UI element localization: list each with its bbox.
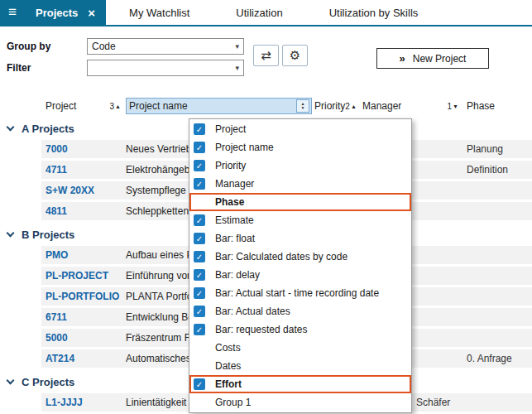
project-code-link[interactable]: L1-JJJJ [41, 397, 126, 408]
menu-item-effort[interactable]: ✓Effort [189, 375, 411, 393]
checked-checkbox-icon[interactable]: ✓ [194, 123, 205, 135]
tab-projects[interactable]: Projects× [25, 0, 106, 25]
sort-toggle-icon[interactable]: ▲▼ [296, 99, 309, 113]
checked-checkbox-icon[interactable]: ✓ [194, 142, 205, 153]
menu-item-project-name[interactable]: ✓Project name [189, 138, 411, 156]
tab-label: Projects [36, 7, 78, 19]
menu-item-label: Bar: requested dates [215, 324, 307, 335]
filter-label: Filter [7, 62, 31, 74]
unchecked-checkbox[interactable] [194, 196, 205, 208]
menu-item-label: Estimate [215, 214, 254, 226]
hamburger-menu-button[interactable]: ≡ [0, 0, 25, 25]
refresh-button[interactable]: ⇄ [253, 45, 279, 66]
chevron-down-icon: ▾ [235, 42, 239, 51]
sort-desc-icon: ▼ [453, 104, 458, 109]
menu-item-priority[interactable]: ✓Priority [189, 156, 411, 175]
menu-item-bar-actual-dates[interactable]: ✓Bar: Actual dates [189, 302, 411, 320]
close-icon[interactable]: × [88, 7, 95, 19]
tab-utilization-by-skills[interactable]: Utilization by Skills [306, 0, 442, 25]
menu-item-bar-delay[interactable]: ✓Bar: delay [189, 266, 411, 284]
group-by-value: Code [92, 41, 116, 52]
group-by-label: Group by [7, 41, 50, 52]
new-project-label: New Project [413, 53, 467, 65]
sort-asc-icon: ▲ [115, 104, 121, 109]
column-header-priority[interactable]: Priority2▲ [312, 98, 360, 114]
chevron-down-icon: ▾ [235, 64, 239, 72]
checked-checkbox-icon[interactable]: ✓ [194, 178, 205, 190]
menu-item-group-1[interactable]: Group 1 [189, 393, 411, 412]
menu-item-estimate[interactable]: ✓Estimate [189, 211, 411, 229]
column-header-project-name[interactable]: Project name▲▼ [126, 98, 312, 114]
column-header-label: Manager [362, 100, 401, 112]
chevron-down-icon[interactable] [7, 229, 15, 237]
checked-checkbox-icon[interactable]: ✓ [194, 233, 205, 244]
menu-item-label: Phase [215, 196, 244, 208]
menu-item-manager[interactable]: ✓Manager [189, 175, 411, 193]
menu-item-bar-actual-start-time-recording-date[interactable]: ✓Bar: Actual start - time recording date [189, 284, 411, 302]
project-code-link[interactable]: S+W 20XX [41, 185, 126, 196]
checked-checkbox-icon[interactable]: ✓ [194, 306, 205, 317]
checked-checkbox-icon[interactable]: ✓ [194, 378, 205, 390]
column-header-label: Priority [314, 100, 345, 112]
filter-select[interactable]: ▾ [87, 60, 244, 76]
menu-item-costs[interactable]: Costs [189, 339, 411, 357]
menu-item-bar-requested-dates[interactable]: ✓Bar: requested dates [189, 320, 411, 339]
menu-item-label: Bar: float [215, 233, 255, 244]
menu-item-label: Project [215, 123, 246, 135]
unchecked-checkbox[interactable] [194, 342, 205, 354]
gear-icon: ⚙ [290, 48, 300, 63]
tab-utilization[interactable]: Utilization [213, 0, 305, 25]
chevron-down-icon[interactable] [7, 123, 15, 131]
sort-rank: 3 [110, 102, 115, 111]
sort-indicator: 2▲ [345, 102, 357, 111]
tab-my-watchlist[interactable]: My Watchlist [106, 0, 213, 25]
project-code-link[interactable]: PL-PORTFOLIO [41, 291, 126, 302]
menu-item-label: Costs [215, 342, 241, 354]
refresh-icon: ⇄ [261, 48, 271, 63]
menu-item-dates[interactable]: Dates [189, 357, 411, 375]
menu-item-label: Project name [215, 142, 274, 153]
group-label: A Projects [22, 123, 74, 135]
planta-app-window: ≡ Projects×My WatchlistUtilizationUtiliz… [0, 0, 532, 414]
column-header-project[interactable]: Project3▲ [41, 98, 126, 114]
checked-checkbox-icon[interactable]: ✓ [194, 324, 205, 335]
column-header-phase[interactable]: Phase [463, 98, 532, 114]
group-by-select[interactable]: Code ▾ [87, 38, 244, 55]
checked-checkbox-icon[interactable]: ✓ [194, 160, 205, 171]
project-code-link[interactable]: 5000 [41, 332, 126, 344]
chevron-down-icon[interactable] [7, 376, 15, 384]
menu-item-label: Priority [215, 160, 246, 171]
sort-asc-icon: ▲ [351, 104, 357, 109]
unchecked-checkbox[interactable] [194, 360, 205, 372]
column-header-manager[interactable]: Manager1▼ [360, 98, 463, 114]
sort-indicator: 3▲ [110, 102, 122, 111]
checked-checkbox-icon[interactable]: ✓ [194, 214, 205, 226]
column-header-label: Project name [129, 100, 188, 112]
tab-label: Utilization [236, 7, 282, 19]
project-code-link[interactable]: PMO [41, 249, 126, 261]
menu-item-project[interactable]: ✓Project [189, 120, 411, 138]
project-code-link[interactable]: 7000 [41, 143, 126, 155]
unchecked-checkbox[interactable] [194, 397, 205, 408]
new-project-button[interactable]: » New Project [376, 48, 489, 69]
project-code-link[interactable]: AT214 [41, 353, 126, 364]
menu-item-label: Group 1 [215, 397, 251, 408]
checked-checkbox-icon[interactable]: ✓ [194, 287, 205, 299]
menu-item-phase[interactable]: Phase [189, 193, 411, 211]
menu-item-label: Bar: delay [215, 269, 260, 281]
project-code-link[interactable]: 6711 [41, 311, 126, 323]
menu-item-bar-calculated-dates-by-code[interactable]: ✓Bar: Calculated dates by code [189, 248, 411, 266]
sort-rank: 2 [345, 102, 350, 111]
checked-checkbox-icon[interactable]: ✓ [194, 251, 205, 262]
menu-item-bar-float[interactable]: ✓Bar: float [189, 229, 411, 248]
phase-cell: 0. Anfrage [463, 353, 532, 364]
toolbar: Group by Code ▾ Filter ▾ ⇄ ⚙ » New Proje… [0, 26, 532, 98]
project-code-link[interactable]: 4811 [41, 205, 126, 217]
menu-item-label: Dates [215, 360, 241, 372]
menu-item-label: Bar: Actual start - time recording date [215, 287, 379, 299]
project-code-link[interactable]: PL-PROJECT [41, 270, 126, 282]
settings-button[interactable]: ⚙ [282, 45, 308, 66]
menu-item-label: Effort [215, 378, 242, 390]
checked-checkbox-icon[interactable]: ✓ [194, 269, 205, 281]
project-code-link[interactable]: 4711 [41, 164, 126, 176]
